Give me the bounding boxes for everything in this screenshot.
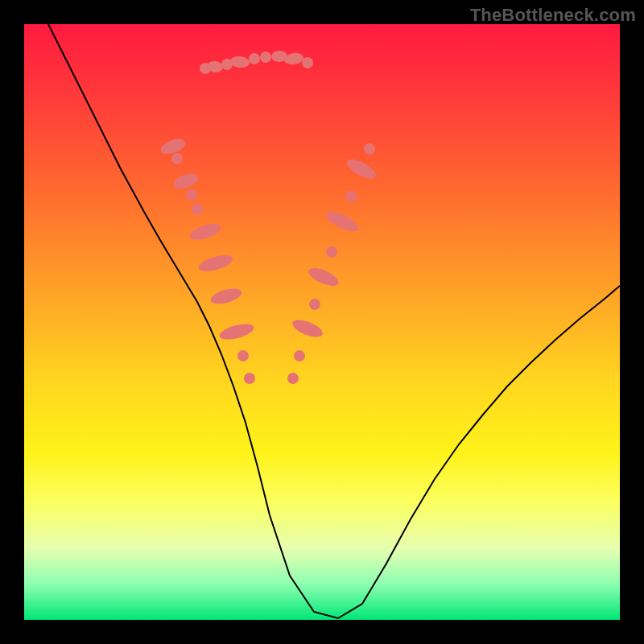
data-point-dot — [294, 350, 305, 361]
curve-layer — [24, 24, 620, 620]
data-point-pill — [229, 56, 250, 68]
data-point-pill — [159, 136, 188, 157]
bottleneck-curve — [48, 24, 620, 618]
data-point-dot — [287, 373, 299, 384]
data-point-dot — [192, 204, 203, 215]
data-point-dot — [249, 53, 260, 64]
data-point-pill — [171, 171, 200, 192]
data-point-pill — [197, 252, 235, 275]
data-point-dot — [186, 189, 197, 200]
data-point-dot — [237, 350, 249, 361]
data-point-pill — [306, 265, 341, 290]
watermark-text: TheBottleneck.com — [470, 5, 636, 26]
data-point-dot — [364, 143, 375, 155]
chart-frame: TheBottleneck.com — [0, 0, 644, 644]
data-point-dot — [171, 153, 183, 164]
data-point-pill — [188, 221, 223, 243]
data-point-dot — [244, 373, 255, 384]
data-point-pill — [218, 321, 256, 343]
data-point-dot — [326, 246, 337, 258]
data-point-pill — [209, 286, 244, 307]
data-point-pill — [324, 208, 361, 235]
data-point-dot — [260, 52, 271, 63]
data-point-pill — [290, 316, 324, 341]
data-markers — [159, 51, 378, 384]
data-point-dot — [345, 191, 357, 202]
data-point-dot — [309, 299, 320, 310]
data-point-dot — [302, 57, 313, 68]
data-point-pill — [345, 156, 379, 183]
